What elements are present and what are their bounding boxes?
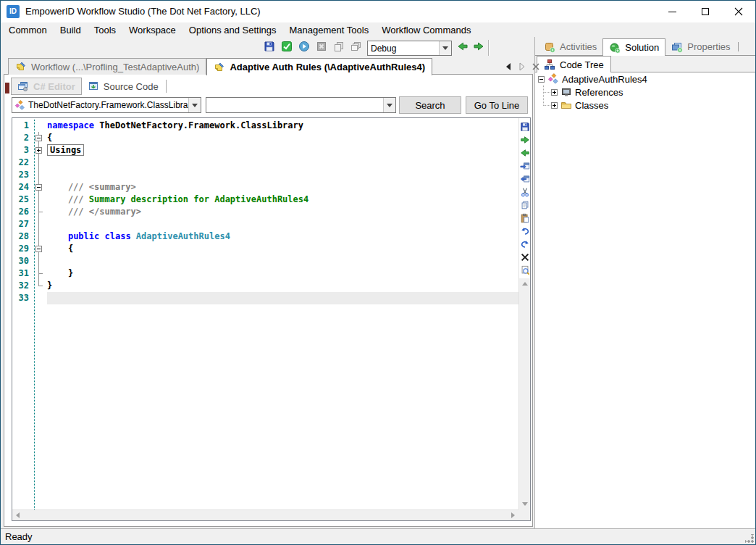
tab-activities[interactable]: Activities bbox=[538, 38, 602, 55]
code-text[interactable] bbox=[47, 157, 518, 169]
code-text[interactable]: Usings bbox=[47, 144, 518, 157]
code-text[interactable]: { bbox=[47, 132, 518, 144]
window-export-icon[interactable] bbox=[520, 174, 530, 184]
arrow-left-icon[interactable] bbox=[520, 148, 530, 158]
minimize-button[interactable] bbox=[655, 1, 689, 22]
tab-csharp-editor[interactable]: C# Editor bbox=[11, 78, 82, 95]
tree-item-adaptiveauthrules4[interactable]: AdaptiveAuthRules4 bbox=[535, 72, 755, 86]
collapsed-region-usings[interactable]: Usings bbox=[47, 144, 84, 156]
code-editor[interactable]: 1namespace TheDotNetFactory.Framework.Cl… bbox=[12, 117, 531, 521]
run-icon[interactable] bbox=[298, 41, 310, 52]
redo-icon[interactable] bbox=[520, 239, 530, 249]
minimize-icon bbox=[668, 12, 676, 12]
window-import-icon[interactable] bbox=[520, 161, 530, 171]
line-number: 31 bbox=[12, 267, 33, 280]
menu-item-tools[interactable]: Tools bbox=[88, 23, 122, 37]
resize-grip[interactable] bbox=[745, 534, 754, 543]
code-line: 27 bbox=[12, 218, 518, 230]
back-icon[interactable] bbox=[457, 41, 469, 52]
expand-icon[interactable] bbox=[551, 89, 558, 96]
tab-solution[interactable]: Solution bbox=[602, 38, 665, 56]
collapse-icon[interactable] bbox=[538, 76, 545, 83]
scroll-up-icon bbox=[522, 282, 528, 286]
fold-margin bbox=[33, 280, 47, 292]
search-button[interactable]: Search bbox=[399, 96, 461, 114]
collapse-icon[interactable] bbox=[35, 135, 42, 141]
toolbar-separator bbox=[488, 40, 490, 56]
goto-line-button[interactable]: Go To Line bbox=[466, 96, 528, 114]
menu-item-common[interactable]: Common bbox=[2, 23, 54, 37]
code-text[interactable] bbox=[47, 292, 518, 304]
tab-properties[interactable]: Properties bbox=[665, 38, 736, 55]
debug-config-dropdown[interactable]: Debug bbox=[367, 41, 452, 56]
tree-item-references[interactable]: References bbox=[535, 86, 755, 99]
code-text[interactable]: { bbox=[47, 243, 518, 255]
line-number: 26 bbox=[12, 206, 33, 218]
menu-item-workspace[interactable]: Workspace bbox=[122, 23, 182, 37]
tab-separator bbox=[166, 80, 167, 93]
solution-icon bbox=[609, 42, 621, 54]
code-text[interactable]: } bbox=[47, 267, 518, 280]
maximize-button[interactable] bbox=[689, 1, 722, 22]
undo-icon[interactable] bbox=[520, 226, 530, 236]
code-text[interactable] bbox=[47, 218, 518, 230]
right-panel: ActivitiesSolutionProperties Code Tree A… bbox=[534, 37, 755, 528]
tab-adaptive-auth-rules[interactable]: Adaptive Auth Rules (\AdaptiveAuthRules4… bbox=[206, 58, 432, 75]
scroll-right-icon[interactable] bbox=[518, 62, 526, 71]
status-text: Ready bbox=[5, 531, 33, 542]
forward-icon[interactable] bbox=[473, 41, 484, 52]
code-line: 29 { bbox=[12, 243, 518, 255]
line-number: 22 bbox=[12, 157, 33, 169]
tab-code-tree[interactable]: Code Tree bbox=[537, 56, 611, 72]
code-text[interactable]: /// Summary description for AdaptiveAuth… bbox=[47, 194, 518, 206]
paste-icon[interactable] bbox=[520, 213, 530, 223]
line-number: 2 bbox=[12, 132, 33, 144]
vertical-scrollbar[interactable] bbox=[519, 278, 530, 509]
code-text[interactable] bbox=[47, 169, 518, 181]
csharp-editor-icon bbox=[17, 80, 29, 92]
scroll-left-button[interactable] bbox=[12, 510, 23, 520]
code-line: 1namespace TheDotNetFactory.Framework.Cl… bbox=[12, 120, 518, 132]
expand-icon[interactable] bbox=[35, 147, 42, 154]
collapse-icon[interactable] bbox=[35, 246, 42, 252]
copy-icon[interactable] bbox=[520, 200, 530, 210]
code-text-area[interactable]: 1namespace TheDotNetFactory.Framework.Cl… bbox=[12, 120, 518, 509]
close-button[interactable] bbox=[722, 1, 755, 22]
code-text[interactable]: public class AdaptiveAuthRules4 bbox=[47, 230, 518, 243]
code-text[interactable]: namespace TheDotNetFactory.Framework.Cla… bbox=[47, 120, 518, 132]
save-icon[interactable] bbox=[520, 122, 530, 132]
menu-item-management-tools[interactable]: Management Tools bbox=[283, 23, 376, 37]
code-text[interactable]: /// <summary> bbox=[47, 181, 518, 194]
delete-icon[interactable] bbox=[520, 252, 530, 262]
window-title: EmpowerID Workflow Studio (The Dot Net F… bbox=[25, 1, 261, 22]
app-window: ID EmpowerID Workflow Studio (The Dot Ne… bbox=[0, 0, 756, 545]
build-check-icon[interactable] bbox=[281, 41, 293, 52]
menu-item-build[interactable]: Build bbox=[54, 23, 88, 37]
line-number: 33 bbox=[12, 292, 33, 304]
scroll-left-icon[interactable] bbox=[504, 62, 513, 71]
stop-icon bbox=[316, 41, 327, 52]
collapse-icon[interactable] bbox=[35, 184, 42, 191]
references-icon bbox=[560, 86, 572, 98]
expand-icon[interactable] bbox=[551, 102, 558, 109]
tree-item-classes[interactable]: Classes bbox=[535, 99, 755, 112]
tab-workflow[interactable]: Workflow (...\Profling_TestAdaptiveAuth) bbox=[8, 58, 206, 75]
print-preview-icon[interactable] bbox=[520, 265, 530, 275]
horizontal-scrollbar[interactable] bbox=[12, 509, 518, 520]
scroll-up-button[interactable] bbox=[519, 278, 530, 289]
code-text[interactable]: } bbox=[47, 280, 518, 292]
tab-source-code[interactable]: Source Code bbox=[82, 78, 164, 95]
scroll-down-button[interactable] bbox=[519, 499, 530, 509]
close-tab-icon[interactable] bbox=[532, 62, 540, 71]
menu-item-options-and-settings[interactable]: Options and Settings bbox=[182, 23, 283, 37]
search-dropdown[interactable] bbox=[206, 97, 396, 113]
arrow-right-icon[interactable] bbox=[520, 135, 530, 145]
line-number: 32 bbox=[12, 280, 33, 292]
code-text[interactable] bbox=[47, 255, 518, 267]
save-icon[interactable] bbox=[264, 41, 275, 52]
scroll-right-button[interactable] bbox=[508, 510, 518, 520]
type-dropdown[interactable]: TheDotNetFactory.Framework.ClassLibrary bbox=[12, 97, 201, 113]
cut-icon[interactable] bbox=[520, 187, 530, 197]
menu-item-workflow-commands[interactable]: Workflow Commands bbox=[375, 23, 477, 37]
code-text[interactable]: /// </summary> bbox=[47, 206, 518, 218]
